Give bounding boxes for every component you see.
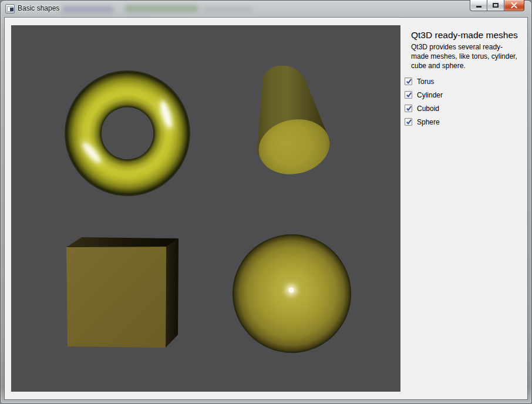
app-icon-block-glyph	[10, 8, 14, 11]
checkbox-row-cuboid[interactable]: Cuboid	[405, 105, 527, 112]
caption-buttons	[470, 0, 524, 11]
torus-mesh	[65, 70, 190, 196]
checkbox-label: Cylinder	[417, 91, 443, 99]
check-icon	[405, 118, 413, 126]
titlebar-glass-smudge	[62, 6, 114, 12]
check-icon	[405, 91, 413, 99]
checkbox-cylinder[interactable]	[405, 91, 412, 99]
sphere-mesh	[233, 234, 351, 353]
close-icon	[511, 2, 517, 8]
checkbox-row-sphere[interactable]: Sphere	[405, 118, 527, 126]
check-icon	[405, 105, 413, 112]
mesh-checkbox-list: Torus Cylinder Cuboid	[405, 78, 527, 126]
control-panel: Qt3D ready-made meshes Qt3D provides sev…	[400, 18, 527, 399]
minimize-button[interactable]	[470, 0, 487, 11]
checkbox-label: Sphere	[417, 118, 440, 126]
titlebar-glass-smudge	[124, 5, 198, 12]
window-title: Basic shapes	[18, 0, 59, 18]
close-button[interactable]	[504, 0, 524, 11]
3d-viewport[interactable]	[11, 25, 400, 392]
maximize-button[interactable]	[487, 0, 504, 11]
checkbox-sphere[interactable]	[405, 118, 412, 126]
app-icon	[5, 4, 15, 14]
checkbox-row-cylinder[interactable]: Cylinder	[405, 91, 527, 99]
titlebar[interactable]: Basic shapes	[0, 0, 532, 18]
client-area: Qt3D ready-made meshes Qt3D provides sev…	[5, 18, 527, 399]
maximize-icon	[493, 3, 499, 8]
minimize-icon	[476, 6, 482, 8]
checkbox-torus[interactable]	[405, 78, 412, 85]
checkbox-row-torus[interactable]: Torus	[405, 78, 527, 85]
checkbox-label: Cuboid	[417, 105, 439, 113]
panel-heading: Qt3D ready-made meshes	[411, 30, 523, 41]
check-icon	[405, 78, 413, 85]
cuboid-mesh	[66, 237, 179, 348]
app-window: Basic shapes	[0, 0, 532, 404]
panel-description: Qt3D provides several ready-made meshes,…	[411, 42, 519, 70]
checkbox-label: Torus	[417, 78, 434, 86]
checkbox-cuboid[interactable]	[405, 105, 412, 112]
titlebar-glass-smudge	[202, 7, 252, 12]
